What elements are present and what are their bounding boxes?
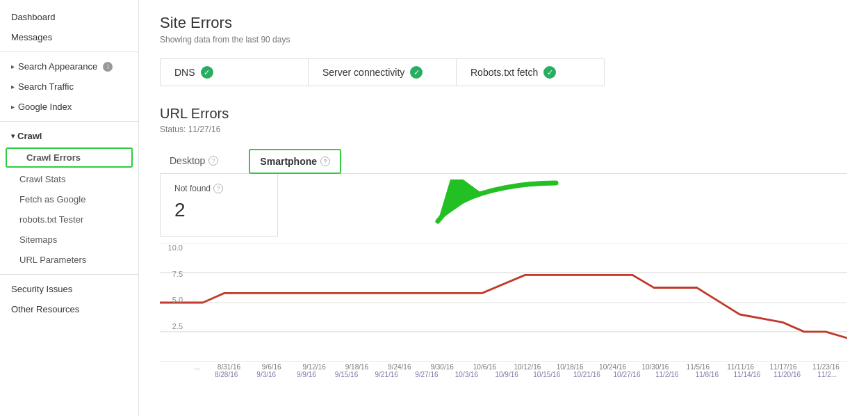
sidebar-item-search-appearance[interactable]: ▸ Search Appearance i xyxy=(0,56,138,77)
url-errors-title: URL Errors xyxy=(160,106,847,122)
sidebar-item-fetch-as-google[interactable]: Fetch as Google xyxy=(0,189,138,209)
robots-txt-label: Robots.txt fetch xyxy=(470,67,538,78)
sidebar-item-crawl-errors[interactable]: Crawl Errors xyxy=(6,147,133,168)
smartphone-tab-label: Smartphone xyxy=(260,156,317,167)
sidebar-item-dashboard[interactable]: Dashboard xyxy=(0,7,138,27)
y-axis-labels: 10.0 7.5 5.0 2.5 xyxy=(160,243,186,348)
x-label: 10/21/16 xyxy=(567,371,607,378)
site-errors-tabs: DNS ✓ Server connectivity ✓ Robots.txt f… xyxy=(160,58,605,86)
chevron-right-icon: ▸ xyxy=(11,63,15,70)
url-errors-status: Status: 11/27/16 xyxy=(160,125,847,134)
x-label xyxy=(186,371,206,378)
sidebar-item-label: Other Resources xyxy=(11,304,79,314)
robots-check-icon: ✓ xyxy=(543,66,556,79)
sidebar-item-label: Sitemaps xyxy=(19,234,57,245)
error-tab-dns[interactable]: DNS ✓ xyxy=(161,59,309,86)
x-label: 9/24/16 xyxy=(378,363,420,371)
server-check-icon: ✓ xyxy=(410,66,423,79)
x-label: 11/14/16 xyxy=(727,371,767,378)
x-label: 9/12/16 xyxy=(293,363,335,371)
sidebar-item-security-issues[interactable]: Security Issues xyxy=(0,279,138,299)
x-labels-top: ... 8/31/16 9/6/16 9/12/16 9/18/16 9/24/… xyxy=(160,363,847,371)
x-label: 9/3/16 xyxy=(246,371,286,378)
x-label: 11/17/16 xyxy=(762,363,804,371)
sidebar-item-label: Crawl Stats xyxy=(19,174,65,184)
x-label: ... xyxy=(186,363,208,371)
x-label: 11/2... xyxy=(807,371,847,378)
chart-area: 10.0 7.5 5.0 2.5 ... 8/31/16 9/6 xyxy=(160,243,847,383)
chevron-down-icon: ▾ xyxy=(11,132,15,140)
stat-question-icon[interactable]: ? xyxy=(213,184,223,193)
sidebar-item-crawl[interactable]: ▾ Crawl xyxy=(0,126,138,146)
y-label-2-5: 2.5 xyxy=(160,322,183,330)
device-tabs: Desktop ? Smartphone ? xyxy=(160,148,847,174)
error-tab-robots-txt[interactable]: Robots.txt fetch ✓ xyxy=(457,59,604,86)
smartphone-question-icon[interactable]: ? xyxy=(320,157,330,166)
stat-label-text: Not found xyxy=(174,184,211,193)
x-label: 10/15/16 xyxy=(527,371,567,378)
sidebar-item-google-index[interactable]: ▸ Google Index xyxy=(0,97,138,117)
x-label: 9/9/16 xyxy=(286,371,327,378)
desktop-question-icon[interactable]: ? xyxy=(208,156,218,166)
x-label: 8/31/16 xyxy=(208,363,250,371)
x-label: 11/8/16 xyxy=(687,371,728,378)
stat-label: Not found ? xyxy=(174,184,263,193)
page-subtitle: Showing data from the last 90 days xyxy=(160,35,847,45)
x-label: 9/6/16 xyxy=(250,363,293,371)
x-label: 10/3/16 xyxy=(447,371,487,378)
sidebar-item-label: Search Appearance xyxy=(18,61,97,72)
info-icon: i xyxy=(103,62,113,72)
sidebar-divider xyxy=(0,51,138,52)
sidebar-item-label: Crawl xyxy=(17,131,42,141)
desktop-tab-label: Desktop xyxy=(170,155,205,166)
y-label-5: 5.0 xyxy=(160,296,183,304)
sidebar-item-robots-txt-tester[interactable]: robots.txt Tester xyxy=(0,209,138,230)
x-label: 9/21/16 xyxy=(366,371,407,378)
sidebar-item-sitemaps[interactable]: Sitemaps xyxy=(0,230,138,250)
sidebar-item-label: Security Issues xyxy=(11,284,72,294)
x-label: 11/11/16 xyxy=(719,363,762,371)
x-label: 10/12/16 xyxy=(506,363,548,371)
sidebar-item-label: URL Parameters xyxy=(19,255,86,265)
page-title: Site Errors xyxy=(160,14,847,32)
tab-desktop[interactable]: Desktop ? xyxy=(160,150,228,172)
server-connectivity-label: Server connectivity xyxy=(322,67,404,78)
x-label: 11/23/16 xyxy=(805,363,847,371)
x-label: 11/20/16 xyxy=(767,371,808,378)
stat-box-not-found[interactable]: Not found ? 2 xyxy=(160,174,278,237)
sidebar-item-messages[interactable]: Messages xyxy=(0,27,138,47)
y-label-10: 10.0 xyxy=(160,243,183,252)
x-label: 10/30/16 xyxy=(634,363,676,371)
main-content: Site Errors Showing data from the last 9… xyxy=(139,0,868,416)
x-label: 9/15/16 xyxy=(327,371,367,378)
sidebar-item-url-parameters[interactable]: URL Parameters xyxy=(0,250,138,270)
url-errors-section: Desktop ? Smartphone ? xyxy=(160,148,847,174)
chevron-right-icon: ▸ xyxy=(11,83,15,90)
sidebar-item-crawl-stats[interactable]: Crawl Stats xyxy=(0,169,138,189)
sidebar-item-label: Search Traffic xyxy=(18,81,74,92)
x-label: 9/30/16 xyxy=(420,363,463,371)
error-tab-server-connectivity[interactable]: Server connectivity ✓ xyxy=(309,59,457,86)
sidebar-divider-2 xyxy=(0,121,138,122)
sidebar-item-search-traffic[interactable]: ▸ Search Traffic xyxy=(0,77,138,97)
x-label: 10/6/16 xyxy=(464,363,506,371)
x-label: 8/28/16 xyxy=(206,371,247,378)
stat-value: 2 xyxy=(174,199,263,221)
x-label: 10/18/16 xyxy=(549,363,591,371)
x-label: 11/2/16 xyxy=(647,371,687,378)
tab-smartphone[interactable]: Smartphone ? xyxy=(249,149,341,174)
sidebar-item-label: Messages xyxy=(11,32,52,42)
sidebar-item-label: Google Index xyxy=(18,102,72,112)
y-label-7-5: 7.5 xyxy=(160,270,183,278)
sidebar-divider-3 xyxy=(0,274,138,275)
sidebar-item-other-resources[interactable]: Other Resources xyxy=(0,299,138,319)
x-label: 10/27/16 xyxy=(607,371,647,378)
sidebar-item-label: robots.txt Tester xyxy=(19,214,83,225)
x-label: 11/5/16 xyxy=(677,363,719,371)
x-label: 10/9/16 xyxy=(486,371,527,378)
dns-label: DNS xyxy=(174,67,195,78)
x-label: 9/18/16 xyxy=(336,363,378,371)
dns-check-icon: ✓ xyxy=(201,66,213,79)
chevron-right-icon: ▸ xyxy=(11,103,15,111)
x-label: 10/24/16 xyxy=(591,363,634,371)
